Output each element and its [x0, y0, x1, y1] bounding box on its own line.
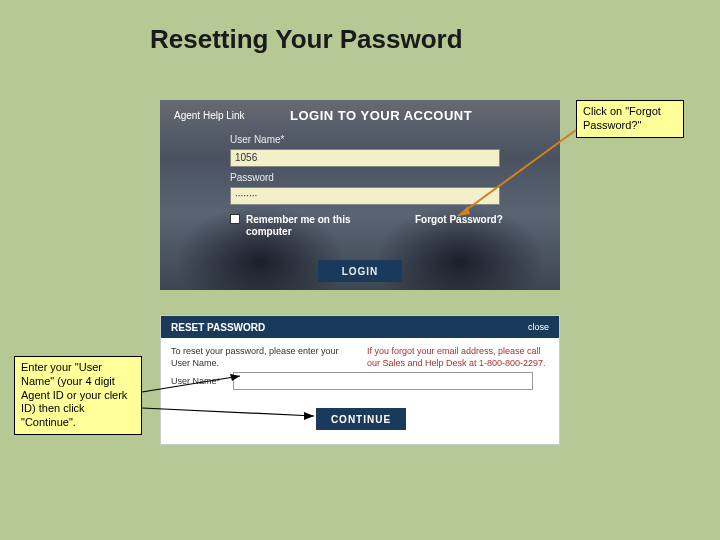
reset-help-text: If you forgot your email address, please…	[367, 346, 549, 369]
callout-username: Enter your "User Name" (your 4 digit Age…	[14, 356, 142, 435]
reset-header-title: RESET PASSWORD	[171, 322, 265, 333]
reset-password-panel: RESET PASSWORD close To reset your passw…	[160, 315, 560, 445]
agent-help-link[interactable]: Agent Help Link	[174, 110, 245, 121]
continue-button[interactable]: CONTINUE	[316, 408, 406, 430]
callout-forgot-password: Click on "Forgot Password?"	[576, 100, 684, 138]
remember-label: Remember me on this computer	[246, 214, 366, 238]
login-heading: LOGIN TO YOUR ACCOUNT	[290, 108, 472, 123]
username-input[interactable]	[230, 149, 500, 167]
login-panel: Agent Help Link LOGIN TO YOUR ACCOUNT Us…	[160, 100, 560, 290]
reset-username-label: User Name*	[171, 376, 220, 386]
reset-instruction: To reset your password, please enter you…	[171, 346, 353, 369]
remember-checkbox[interactable]	[230, 214, 240, 224]
close-button[interactable]: close	[528, 322, 549, 332]
page-title: Resetting Your Password	[150, 24, 463, 55]
login-button[interactable]: LOGIN	[318, 260, 402, 282]
username-label: User Name*	[230, 134, 500, 145]
password-input[interactable]	[230, 187, 500, 205]
forgot-password-link[interactable]: Forgot Password?	[415, 214, 503, 225]
reset-username-input[interactable]	[233, 372, 533, 390]
password-label: Password	[230, 172, 500, 183]
